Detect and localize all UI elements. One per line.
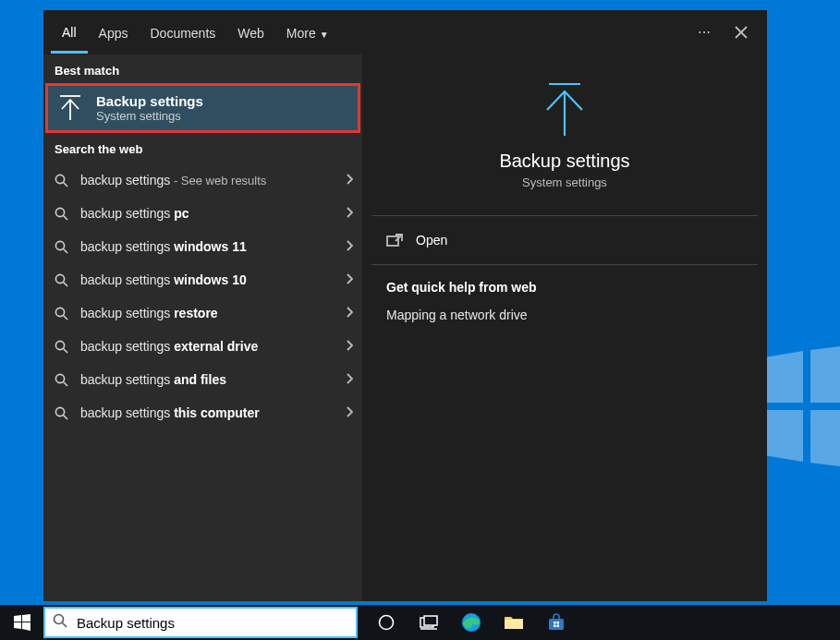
- close-icon: [735, 26, 748, 39]
- divider: [371, 215, 758, 216]
- svg-line-19: [64, 348, 68, 353]
- file-explorer-button[interactable]: [493, 605, 535, 640]
- edge-button[interactable]: [450, 605, 493, 640]
- web-suggestion[interactable]: backup settings external drive: [43, 330, 362, 363]
- start-button[interactable]: [0, 605, 43, 640]
- suggestion-label: backup settings pc: [80, 206, 346, 221]
- search-icon: [55, 174, 71, 187]
- svg-point-10: [55, 208, 64, 216]
- taskbar-search[interactable]: [43, 607, 358, 638]
- svg-point-8: [55, 175, 64, 183]
- svg-marker-1: [810, 342, 840, 403]
- backup-icon: [57, 94, 83, 122]
- svg-marker-31: [22, 622, 30, 631]
- close-button[interactable]: [723, 14, 760, 51]
- search-tabs: All Apps Documents Web More ▼ ⋯: [43, 10, 767, 54]
- search-panel: All Apps Documents Web More ▼ ⋯ Best mat…: [43, 10, 767, 601]
- chevron-right-icon: [346, 206, 353, 221]
- suggestion-label: backup settings external drive: [80, 339, 346, 354]
- web-suggestion[interactable]: backup settings - See web results: [43, 163, 362, 197]
- microsoft-store-button[interactable]: [535, 605, 578, 640]
- chevron-right-icon: [346, 173, 353, 187]
- search-icon: [55, 340, 71, 354]
- web-suggestion[interactable]: backup settings this computer: [43, 396, 362, 429]
- web-suggestion[interactable]: backup settings windows 10: [43, 263, 362, 296]
- web-suggestion[interactable]: backup settings restore: [43, 296, 362, 330]
- tab-web[interactable]: Web: [226, 13, 275, 52]
- detail-subtitle: System settings: [522, 175, 607, 189]
- svg-point-22: [55, 407, 64, 416]
- tab-documents[interactable]: Documents: [139, 13, 226, 52]
- search-icon: [55, 240, 71, 254]
- folder-icon: [504, 614, 524, 631]
- svg-line-23: [64, 415, 68, 419]
- svg-point-32: [55, 615, 64, 624]
- svg-point-34: [380, 616, 394, 630]
- search-icon: [55, 406, 71, 420]
- best-match-item[interactable]: Backup settings System settings: [45, 83, 360, 133]
- best-match-heading: Best match: [43, 54, 362, 83]
- web-suggestion[interactable]: backup settings windows 11: [43, 230, 362, 263]
- cortana-button[interactable]: [365, 605, 408, 640]
- chevron-right-icon: [346, 339, 353, 354]
- ellipsis-icon: ⋯: [698, 25, 711, 40]
- svg-line-17: [64, 315, 68, 320]
- chevron-right-icon: [346, 306, 353, 320]
- best-match-subtitle: System settings: [96, 109, 203, 123]
- suggestion-label: backup settings windows 11: [80, 239, 346, 254]
- svg-line-21: [64, 381, 68, 386]
- detail-title: Backup settings: [499, 151, 629, 172]
- tab-more[interactable]: More ▼: [275, 13, 340, 52]
- task-view-icon: [420, 615, 438, 630]
- svg-marker-30: [14, 622, 21, 629]
- search-icon: [53, 613, 67, 632]
- search-icon: [55, 273, 71, 287]
- store-icon: [547, 613, 566, 632]
- suggestion-label: backup settings - See web results: [80, 173, 346, 187]
- svg-marker-28: [14, 615, 21, 622]
- svg-line-15: [64, 282, 68, 286]
- best-match-title: Backup settings: [96, 93, 203, 109]
- web-suggestion[interactable]: backup settings pc: [43, 197, 362, 230]
- search-icon: [55, 307, 71, 320]
- svg-line-9: [64, 182, 68, 187]
- svg-rect-41: [549, 619, 564, 630]
- tab-apps[interactable]: Apps: [88, 13, 140, 52]
- task-view-button[interactable]: [408, 605, 450, 640]
- open-action[interactable]: Open: [362, 222, 767, 259]
- backup-icon: [540, 80, 590, 138]
- web-suggestion[interactable]: backup settings and files: [43, 363, 362, 396]
- open-label: Open: [416, 233, 447, 248]
- search-icon: [55, 207, 71, 221]
- results-column: Best match Backup settings System settin…: [43, 54, 362, 601]
- search-web-heading: Search the web: [43, 133, 362, 162]
- suggestion-label: backup settings this computer: [80, 405, 346, 420]
- taskbar-search-input[interactable]: [77, 615, 348, 631]
- svg-rect-40: [505, 620, 523, 629]
- svg-rect-45: [557, 625, 560, 628]
- help-link[interactable]: Mapping a network drive: [362, 300, 767, 330]
- svg-rect-44: [554, 625, 556, 628]
- svg-line-33: [63, 623, 67, 628]
- more-options-button[interactable]: ⋯: [686, 14, 723, 51]
- detail-column: Backup settings System settings Open Get…: [362, 54, 767, 601]
- svg-point-18: [55, 341, 64, 349]
- svg-line-13: [64, 248, 68, 253]
- suggestion-label: backup settings and files: [80, 372, 346, 387]
- svg-point-16: [55, 308, 64, 316]
- svg-rect-36: [424, 616, 437, 625]
- chevron-right-icon: [346, 372, 353, 387]
- open-icon: [386, 234, 403, 247]
- suggestion-label: backup settings restore: [80, 306, 346, 320]
- tab-all[interactable]: All: [51, 12, 88, 54]
- detail-hero: Backup settings System settings: [362, 64, 767, 210]
- help-heading: Get quick help from web: [362, 271, 767, 300]
- taskbar: [0, 605, 840, 640]
- chevron-right-icon: [346, 405, 353, 420]
- cortana-icon: [378, 614, 395, 631]
- suggestion-label: backup settings windows 10: [80, 272, 346, 287]
- chevron-down-icon: ▼: [320, 30, 329, 40]
- svg-line-11: [64, 215, 68, 220]
- chevron-right-icon: [346, 239, 353, 254]
- suggestion-list: backup settings - See web resultsbackup …: [43, 162, 362, 431]
